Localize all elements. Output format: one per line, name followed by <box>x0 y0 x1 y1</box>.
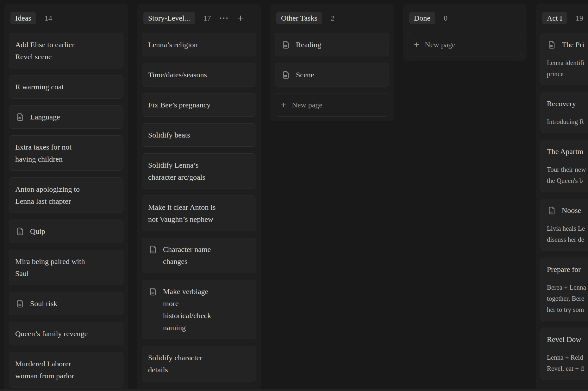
board-card[interactable]: Anton apologizing to Lenna last chapter <box>9 177 123 213</box>
card-title: Language <box>30 111 60 123</box>
column-add-card-icon[interactable]: + <box>238 13 244 23</box>
card-title-row: Revel Dow <box>547 333 588 345</box>
board-card[interactable]: Solidify beats <box>142 123 256 147</box>
column-title-pill[interactable]: Act I <box>542 12 567 24</box>
card-title-row: Character name changes <box>148 243 250 267</box>
plus-icon: + <box>281 99 286 111</box>
column-more-options-icon[interactable]: ··· <box>220 14 229 22</box>
column-header: Act I19 <box>541 4 588 33</box>
board-card[interactable]: Mira being paired with Saul <box>9 250 123 285</box>
board-card[interactable]: Character name changes <box>142 238 256 273</box>
card-title: Mira being paired with Saul <box>15 255 117 279</box>
column-story-level: Story-Level...17···+Lenna’s religionTime… <box>137 4 261 391</box>
column-header: Done0 <box>408 4 522 33</box>
column-done: Done0+New page <box>403 4 527 61</box>
board-card[interactable]: Solidify Lenna’s character arc/goals <box>142 153 256 189</box>
card-preview-text: Lenna identifi prince <box>547 57 588 80</box>
card-title: Lenna’s religion <box>148 39 250 51</box>
card-title-row: Reading <box>281 39 383 51</box>
card-title-row: Noose <box>547 204 588 216</box>
card-title: Revel Dow <box>547 333 581 345</box>
card-title: Anton apologizing to Lenna last chapter <box>15 183 117 207</box>
board-card[interactable]: Extra taxes for not having children <box>9 135 123 171</box>
board-card[interactable]: Lenna’s religion <box>142 33 256 56</box>
board-card[interactable]: R warming coat <box>9 75 123 99</box>
page-icon <box>547 206 556 215</box>
board-card[interactable]: NooseLivia heals Le discuss her de <box>541 199 588 251</box>
card-title: The Pri <box>562 39 584 51</box>
card-title-row: Prepare for <box>547 263 588 275</box>
window-bottom-edge <box>0 389 588 391</box>
board-card[interactable]: Language <box>9 105 123 129</box>
column-card-count: 2 <box>331 14 335 22</box>
card-title: Fix Bee’s pregnancy <box>148 99 250 111</box>
card-title: Extra taxes for not having children <box>15 141 117 165</box>
board-card[interactable]: Scene <box>275 63 389 87</box>
board-card[interactable]: Murdered Laborer woman from parlor <box>9 352 123 388</box>
board-card[interactable]: Queen’s family revenge <box>9 322 123 345</box>
page-icon <box>148 245 158 254</box>
column-title-pill[interactable]: Done <box>409 12 435 24</box>
card-preview-text: Livia heals Le discuss her de <box>547 223 588 245</box>
column-ideas: Ideas14Add Elise to earlier Revel sceneR… <box>4 4 128 391</box>
card-preview-text: Berea + Lenna together, Bere her to try … <box>547 282 588 315</box>
card-title: Scene <box>296 69 314 81</box>
board-card[interactable]: Time/dates/seasons <box>142 63 256 87</box>
page-icon <box>16 112 25 122</box>
card-title: Recovery <box>547 98 576 110</box>
page-icon <box>16 299 25 308</box>
card-title-row: Quip <box>15 225 117 237</box>
card-title: Solidify character details <box>148 352 250 376</box>
board-card[interactable]: Revel DowLenna + Reid Revel, eat + d <box>541 328 588 380</box>
board-card[interactable]: The ApartmTour their new the Queen's b <box>541 140 588 192</box>
card-title: Soul risk <box>30 298 57 310</box>
page-icon <box>148 287 158 296</box>
card-title: Prepare for <box>547 263 581 275</box>
column-header: Story-Level...17···+ <box>142 4 256 33</box>
board-card[interactable]: Reading <box>275 33 389 56</box>
card-title: Quip <box>30 225 45 237</box>
card-title: Make verbiage more historical/check nami… <box>163 285 211 334</box>
board-card[interactable]: RecoveryIntroducing R <box>541 92 588 133</box>
new-page-label: New page <box>292 99 322 111</box>
new-page-label: New page <box>425 39 455 51</box>
column-card-count: 17 <box>203 14 211 22</box>
board-card[interactable]: Fix Bee’s pregnancy <box>142 93 256 117</box>
column-header: Ideas14 <box>9 4 123 33</box>
card-title-row: The Pri <box>547 39 588 51</box>
board-card[interactable]: Solidify character details <box>142 346 256 381</box>
board-card[interactable]: Quip <box>9 220 123 243</box>
column-other-tasks: Other Tasks2ReadingScene+New page <box>270 4 394 121</box>
page-icon <box>281 70 291 80</box>
card-title: Murdered Laborer woman from parlor <box>15 358 117 382</box>
board-card[interactable]: Make verbiage more historical/check nami… <box>142 280 256 339</box>
plus-icon: + <box>414 39 419 51</box>
card-title-row: Scene <box>281 69 383 81</box>
board-card[interactable]: The PriLenna identifi prince <box>541 33 588 85</box>
board-card[interactable]: Soul risk <box>9 292 123 315</box>
board-card[interactable]: Prepare forBerea + Lenna together, Bere … <box>541 258 588 321</box>
new-page-button[interactable]: +New page <box>275 93 389 117</box>
page-icon <box>281 40 291 49</box>
column-title-pill[interactable]: Story-Level... <box>143 12 195 24</box>
card-title: Add Elise to earlier Revel scene <box>15 39 117 63</box>
card-title: Time/dates/seasons <box>148 69 250 81</box>
card-title-row: Recovery <box>547 98 588 110</box>
kanban-board: Ideas14Add Elise to earlier Revel sceneR… <box>0 0 588 391</box>
column-header: Other Tasks2 <box>275 4 389 33</box>
page-icon <box>547 40 556 49</box>
card-preview-text: Lenna + Reid Revel, eat + d <box>547 352 588 374</box>
board-card[interactable]: Make it clear Anton is not Vaughn’s neph… <box>142 196 256 231</box>
card-title-row: Make verbiage more historical/check nami… <box>148 285 250 334</box>
card-preview-text: Introducing R <box>547 116 588 127</box>
column-card-count: 14 <box>45 14 52 22</box>
card-title: Noose <box>562 204 581 216</box>
column-title-pill[interactable]: Other Tasks <box>276 12 322 24</box>
new-page-button[interactable]: +New page <box>408 33 522 56</box>
column-title-pill[interactable]: Ideas <box>10 12 36 24</box>
board-card[interactable]: Add Elise to earlier Revel scene <box>9 33 123 68</box>
card-title: Character name changes <box>163 243 211 267</box>
card-title-row: The Apartm <box>547 145 588 157</box>
column-card-count: 0 <box>444 14 447 22</box>
card-title: Solidify Lenna’s character arc/goals <box>148 159 250 183</box>
